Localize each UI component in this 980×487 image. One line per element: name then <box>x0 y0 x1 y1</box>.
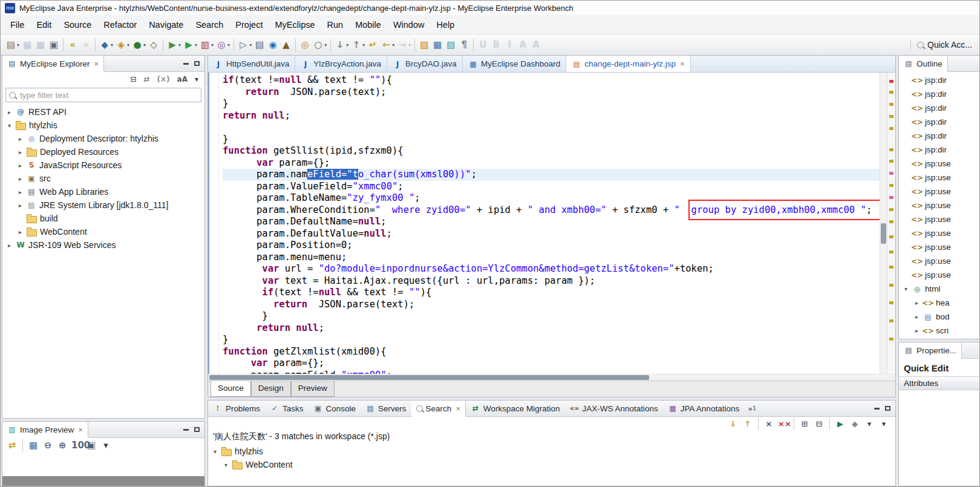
new-java-project-button[interactable]: ◆▾ <box>98 37 114 53</box>
quick-access[interactable]: Quick Acc... <box>910 40 976 50</box>
fit-to-window-button[interactable]: ▣ <box>85 437 98 453</box>
code-line[interactable]: return JSON.parse(text); <box>223 87 880 99</box>
menu-search[interactable]: Search <box>189 17 229 33</box>
dropdown-arrow-icon[interactable]: ▾ <box>324 42 327 48</box>
jar-export-button[interactable]: ◇ <box>147 37 160 53</box>
tree-item-bod[interactable]: ▸▤bod <box>899 310 980 324</box>
close-icon[interactable]: × <box>78 425 83 434</box>
tree-item-jsp-dir[interactable]: <>jsp:dir <box>899 101 980 115</box>
editor-tab-change-dept-main-ylz-jsp[interactable]: ▤change-dept-main-ylz.jsp× <box>566 56 690 72</box>
code-editor[interactable]: if(text !=null && text != ""){ return JS… <box>208 73 895 374</box>
view-menu-button[interactable]: ▾ <box>877 416 890 432</box>
background-pattern-button[interactable]: ▦ <box>27 437 40 453</box>
menu-refactor[interactable]: Refactor <box>97 17 143 33</box>
annotation-mark[interactable] <box>889 338 893 341</box>
editor-tab-myeclipse-dashboard[interactable]: ▦MyEclipse Dashboard <box>463 56 566 72</box>
annotation-mark[interactable] <box>889 319 893 322</box>
view-tab-design[interactable]: Design <box>251 381 291 397</box>
collapse-all-button[interactable]: ⊟ <box>812 416 826 432</box>
web-browser-button[interactable]: ◉ <box>266 37 279 53</box>
previous-match-button[interactable]: ↑ <box>741 416 754 432</box>
tree-item-build[interactable]: build <box>2 212 204 225</box>
panel-tab-problems[interactable]: !Problems <box>208 400 265 416</box>
dropdown-arrow-icon[interactable]: ▾ <box>195 42 197 48</box>
panel-tab-servers[interactable]: ▤Servers <box>361 400 411 416</box>
dropdown-arrow-icon[interactable]: ▾ <box>143 42 146 48</box>
annotation-mark[interactable] <box>889 80 893 83</box>
tree-item-jsp-dir[interactable]: <>jsp:dir <box>899 129 980 143</box>
external-tools-button[interactable]: ▷▾ <box>237 37 253 53</box>
pin-search-view-button[interactable]: ◆ <box>848 416 861 432</box>
panel-tab-tasks[interactable]: ✓Tasks <box>265 400 309 416</box>
annotation-mark[interactable] <box>889 250 893 253</box>
maximize-icon[interactable] <box>194 427 200 432</box>
horizontal-scrollbar-thumb[interactable] <box>209 375 649 380</box>
remove-all-matches-button[interactable]: ×× <box>777 416 790 432</box>
tree-item-jsp-use[interactable]: <>jsp:use <box>899 171 980 185</box>
menu-myeclipse[interactable]: MyEclipse <box>269 17 321 33</box>
twistie-icon[interactable]: ▾ <box>212 448 218 455</box>
tree-item-jre-system-library-jdk1-8-0-111[interactable]: ▸▤JRE System Library [jdk1.8.0_111] <box>2 198 204 212</box>
editor-tab-ylzbrcyaction-java[interactable]: JYlzBrcyAction.java <box>295 56 387 72</box>
twistie-icon[interactable]: ▸ <box>6 242 13 249</box>
annotation-mark[interactable] <box>889 266 893 269</box>
minimize-icon[interactable] <box>183 63 189 65</box>
dropdown-arrow-icon[interactable]: ▾ <box>346 42 348 48</box>
annotation-mark[interactable] <box>889 148 893 151</box>
code-line[interactable]: var url = "do?module=inpordnurse&action=… <box>223 263 880 275</box>
code-line[interactable]: return null; <box>223 322 880 335</box>
code-line[interactable]: } <box>223 310 880 322</box>
annotation-mark[interactable] <box>889 208 893 211</box>
code-line[interactable]: if(text !=null && text != ""){ <box>223 74 880 87</box>
code-line[interactable]: function getSllist(ipid,sfzxm0){ <box>223 145 880 157</box>
print-button[interactable]: ▣ <box>47 37 60 53</box>
tree-item-jsp-dir[interactable]: <>jsp:dir <box>899 115 980 129</box>
code-line[interactable]: function getZlxmlist(xmid00){ <box>223 346 880 358</box>
expand-all-button[interactable]: ⊞ <box>798 416 811 432</box>
code-line[interactable]: param.nameField="xmmc00"; <box>223 370 880 374</box>
tab-myeclipse-explorer[interactable]: ▤ MyEclipse Explorer × <box>2 56 104 72</box>
code-line[interactable]: param.WhereCondition=" where zyid00=" + … <box>223 204 880 217</box>
profile-button[interactable]: ◎▾ <box>215 37 231 53</box>
panel-tab-console[interactable]: ▣Console <box>309 400 361 416</box>
tree-item-webcontent[interactable]: ▸WebContent <box>2 225 204 238</box>
annotation-mark[interactable] <box>889 127 893 130</box>
tree-item-jsp-use[interactable]: <>jsp:use <box>899 212 980 226</box>
annotation-mark[interactable] <box>889 235 893 238</box>
close-tab-icon[interactable]: × <box>680 59 685 68</box>
twistie-icon[interactable]: ▸ <box>913 327 920 334</box>
tree-item-hea[interactable]: ▸<>hea <box>899 296 980 310</box>
zoom-out-button[interactable]: ⊖ <box>41 437 54 453</box>
last-edit-location-button[interactable]: ↵ <box>366 37 379 53</box>
dropdown-arrow-icon[interactable]: ▾ <box>227 42 230 48</box>
editor-tab-httpsendutil-java[interactable]: JHttpSendUtil.java <box>208 56 295 72</box>
twistie-icon[interactable]: ▸ <box>17 175 24 182</box>
menu-mobile[interactable]: Mobile <box>349 17 387 33</box>
remove-selected-matches-button[interactable]: × <box>762 416 776 432</box>
open-type-button[interactable]: ◎ <box>298 37 312 53</box>
code-line[interactable]: } <box>223 134 880 146</box>
dropdown-arrow-icon[interactable]: ▾ <box>392 42 394 48</box>
tree-item-javascript-resources[interactable]: ▸SJavaScript Resources <box>2 159 204 172</box>
menu-help[interactable]: Help <box>430 17 460 33</box>
vertical-scrollbar-thumb[interactable] <box>881 223 886 244</box>
minimize-icon[interactable] <box>183 429 189 431</box>
code-line[interactable]: param.TableName="zy_fymx00 "; <box>223 192 880 204</box>
swap-orientation-button[interactable]: ⇄ <box>5 437 19 453</box>
tree-item-jsp-dir[interactable]: <>jsp:dir <box>899 73 980 87</box>
filter-box[interactable] <box>5 88 201 102</box>
back-button[interactable]: ←▾ <box>379 37 396 53</box>
panel-tab-jax-ws-annotations[interactable]: «»JAX-WS Annotations <box>565 400 663 416</box>
view-menu-button[interactable]: ▾ <box>99 437 113 453</box>
tree-item-jsp-use[interactable]: <>jsp:use <box>899 240 980 254</box>
annotation-mark[interactable] <box>889 103 893 106</box>
close-icon[interactable]: × <box>94 59 99 68</box>
run-search-again-button[interactable]: ▶ <box>834 416 847 432</box>
tree-item-jsp-dir[interactable]: <>jsp:dir <box>899 143 980 157</box>
code-line[interactable]: param.menu=menu; <box>223 252 880 264</box>
image-tool-button[interactable]: ▨ <box>444 37 457 53</box>
twistie-icon[interactable]: ▸ <box>17 189 24 195</box>
twistie-icon[interactable]: ▸ <box>913 313 920 320</box>
tree-item-jsr-109-web-services[interactable]: ▸WJSR-109 Web Services <box>2 238 204 252</box>
view-tab-preview[interactable]: Preview <box>291 381 335 397</box>
